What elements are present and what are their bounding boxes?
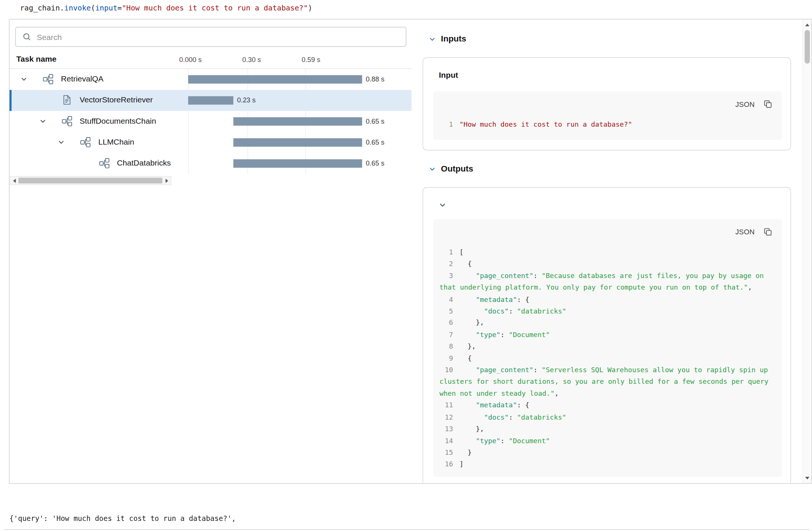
trace-row[interactable]: VectorStoreRetriever0.23 s bbox=[9, 90, 411, 111]
scroll-up-arrow-icon[interactable] bbox=[803, 21, 812, 29]
line-number: 8 bbox=[439, 341, 453, 353]
json-line: 8 }, bbox=[439, 341, 775, 353]
cell-bottom-border bbox=[4, 530, 809, 530]
line-number: 9 bbox=[439, 353, 453, 365]
time-axis-label: 0.59 s bbox=[302, 56, 320, 64]
workflow-icon bbox=[43, 74, 54, 85]
duration-label: 0.65 s bbox=[366, 159, 385, 167]
json-line: 14 "type": "Document" bbox=[439, 435, 775, 447]
workflow-icon bbox=[61, 116, 72, 127]
json-line: 3 "page_content": "Because databases are… bbox=[439, 270, 775, 294]
task-name-column-header: Task name bbox=[16, 54, 57, 63]
time-axis-label: 0.30 s bbox=[242, 56, 261, 64]
duration-label: 0.65 s bbox=[366, 117, 385, 125]
json-line: 9 { bbox=[439, 353, 775, 365]
line-number: 13 bbox=[439, 423, 453, 435]
duration-label: 0.65 s bbox=[366, 138, 385, 146]
line-number: 4 bbox=[439, 294, 453, 306]
task-tree-rows: RetrievalQA0.88 sVectorStoreRetriever0.2… bbox=[9, 69, 411, 174]
vertical-scrollbar-thumb[interactable] bbox=[805, 30, 810, 64]
code-token: = bbox=[118, 4, 122, 12]
workflow-icon bbox=[99, 158, 110, 169]
duration-label: 0.88 s bbox=[366, 75, 385, 83]
trace-row[interactable]: LLMChain0.65 s bbox=[9, 132, 411, 153]
horizontal-scrollbar[interactable] bbox=[9, 176, 171, 185]
search-icon bbox=[22, 32, 31, 41]
line-number: 10 bbox=[439, 364, 453, 376]
trace-row[interactable]: StuffDocumentsChain0.65 s bbox=[9, 111, 411, 132]
json-line: 11 "metadata": { bbox=[439, 400, 775, 412]
task-name: VectorStoreRetriever bbox=[80, 95, 153, 104]
code-token: rag_chain. bbox=[20, 4, 64, 12]
scroll-down-arrow-icon[interactable] bbox=[803, 474, 812, 482]
json-line: 15 } bbox=[439, 447, 775, 459]
json-line: 16] bbox=[439, 459, 775, 470]
line-number: 3 bbox=[439, 270, 453, 282]
result-output: {'query': 'How much does it cost to run … bbox=[9, 487, 727, 531]
result-line: {'query': 'How much does it cost to run … bbox=[9, 512, 727, 525]
gantt-bar bbox=[188, 96, 233, 105]
scroll-right-arrow-icon[interactable] bbox=[162, 177, 171, 185]
gantt-bar bbox=[233, 138, 362, 147]
vertical-scrollbar[interactable] bbox=[803, 19, 812, 483]
line-number: 1 bbox=[439, 247, 453, 259]
duration-label: 0.23 s bbox=[237, 96, 256, 104]
scroll-left-arrow-icon[interactable] bbox=[10, 177, 19, 185]
search-input[interactable] bbox=[37, 33, 399, 41]
copy-icon[interactable] bbox=[763, 227, 772, 237]
outputs-section-header[interactable]: Outputs bbox=[429, 164, 473, 173]
copy-icon[interactable] bbox=[763, 99, 772, 109]
code-token: "How much does it cost to run a database… bbox=[122, 4, 308, 12]
json-line: 7 "type": "Document" bbox=[439, 329, 775, 341]
gantt-bar bbox=[233, 117, 362, 126]
notebook-output: rag_chain.invoke(input="How much does it… bbox=[0, 0, 812, 531]
line-number: 2 bbox=[439, 258, 453, 270]
json-line: 5 "docs": "databricks" bbox=[439, 305, 775, 317]
chevron-down-icon[interactable] bbox=[21, 76, 27, 83]
gantt-bar bbox=[188, 75, 362, 84]
time-axis-label: 0.000 s bbox=[179, 56, 202, 64]
line-number: 7 bbox=[439, 329, 453, 341]
task-name: RetrievalQA bbox=[61, 74, 103, 83]
chevron-down-icon[interactable] bbox=[429, 35, 436, 42]
task-name: LLMChain bbox=[98, 137, 134, 146]
task-name: ChatDatabricks bbox=[117, 158, 171, 167]
input-string-value: "How much does it cost to run a database… bbox=[459, 120, 632, 128]
code-token: ( bbox=[91, 4, 95, 12]
line-number: 15 bbox=[439, 447, 453, 459]
inputs-card: Input JSON 1"How much does it cost to ru… bbox=[423, 57, 791, 150]
chevron-down-icon[interactable] bbox=[429, 165, 436, 172]
inputs-section-header[interactable]: Inputs bbox=[429, 34, 466, 43]
line-number: 14 bbox=[439, 435, 453, 447]
horizontal-scrollbar-thumb[interactable] bbox=[18, 178, 162, 183]
input-json-block: JSON 1"How much does it cost to run a da… bbox=[433, 92, 782, 140]
json-format-label: JSON bbox=[735, 228, 755, 236]
json-line: 1[ bbox=[439, 247, 775, 259]
document-icon bbox=[61, 95, 72, 105]
task-name: StuffDocumentsChain bbox=[80, 116, 156, 125]
line-number: 16 bbox=[439, 459, 453, 470]
trace-viewer: Task name 0.000 s 0.30 s 0.59 s Retrieva… bbox=[9, 19, 812, 484]
line-number: 6 bbox=[439, 317, 453, 329]
chevron-down-icon[interactable] bbox=[439, 201, 446, 209]
code-token: invoke bbox=[64, 4, 91, 12]
trace-row[interactable]: RetrievalQA0.88 s bbox=[9, 69, 411, 90]
search-box[interactable] bbox=[15, 27, 406, 47]
outputs-section-title: Outputs bbox=[441, 164, 473, 173]
trace-row[interactable]: ChatDatabricks0.65 s bbox=[9, 153, 411, 174]
workflow-icon bbox=[80, 137, 91, 148]
code-token: input bbox=[95, 4, 117, 12]
json-format-label: JSON bbox=[735, 100, 755, 108]
json-line: 6 }, bbox=[439, 317, 775, 329]
code-token: ) bbox=[308, 4, 312, 12]
chevron-down-icon[interactable] bbox=[58, 139, 65, 145]
input-label: Input bbox=[439, 71, 458, 80]
chevron-down-icon[interactable] bbox=[39, 118, 46, 124]
input-json-lines: 1"How much does it cost to run a databas… bbox=[433, 117, 782, 137]
details-pane: Inputs Input JSON 1"H bbox=[423, 19, 804, 483]
output-json-lines: 1[2 {3 "page_content": "Because database… bbox=[433, 244, 782, 476]
json-line: 4 "metadata": { bbox=[439, 294, 775, 306]
inputs-section-title: Inputs bbox=[441, 34, 466, 43]
task-tree-panel: Task name 0.000 s 0.30 s 0.59 s Retrieva… bbox=[9, 19, 411, 483]
line-number: 12 bbox=[439, 411, 453, 423]
